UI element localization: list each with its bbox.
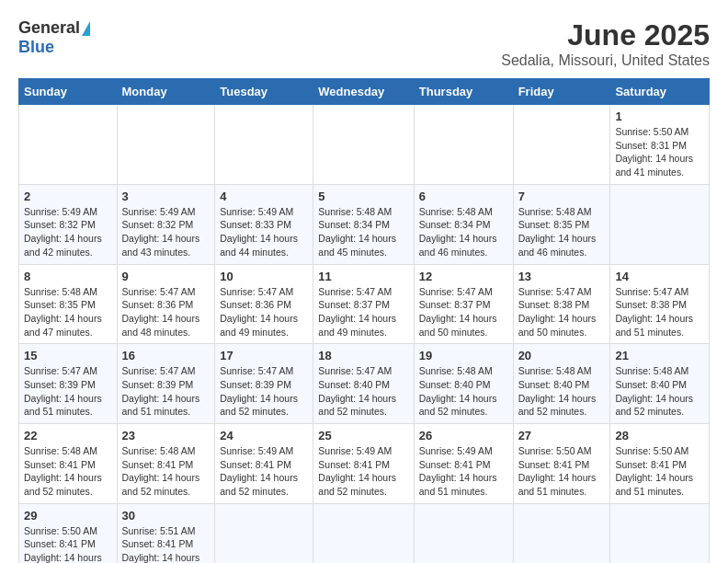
daylight-hours: and 51 minutes. <box>615 485 704 499</box>
daylight-hours: and 52 minutes. <box>122 485 210 499</box>
title-area: June 2025 Sedalia, Missouri, United Stat… <box>501 18 710 69</box>
sunrise-text: Sunrise: 5:47 AM <box>615 285 704 299</box>
sunset-text: Sunset: 8:41 PM <box>318 458 408 472</box>
col-friday: Friday <box>513 79 610 105</box>
daylight-label: Daylight: 14 hours <box>518 232 606 246</box>
sunset-text: Sunset: 8:34 PM <box>419 218 508 232</box>
day-info: Sunrise: 5:47 AMSunset: 8:37 PMDaylight:… <box>419 285 508 339</box>
day-number: 21 <box>615 349 704 362</box>
day-number: 5 <box>318 190 408 203</box>
day-number: 17 <box>220 349 308 362</box>
table-row: 6Sunrise: 5:48 AMSunset: 8:34 PMDaylight… <box>414 184 513 264</box>
daylight-label: Daylight: 14 hours <box>518 471 606 485</box>
day-number: 28 <box>615 429 704 442</box>
daylight-hours: and 52 minutes. <box>419 405 508 419</box>
table-row <box>414 105 513 185</box>
calendar-week-row: 15Sunrise: 5:47 AMSunset: 8:39 PMDayligh… <box>19 344 710 424</box>
sunset-text: Sunset: 8:41 PM <box>220 458 308 472</box>
day-info: Sunrise: 5:48 AMSunset: 8:40 PMDaylight:… <box>419 364 508 419</box>
daylight-hours: and 46 minutes. <box>518 246 606 259</box>
sunset-text: Sunset: 8:41 PM <box>615 458 704 472</box>
sunrise-text: Sunrise: 5:50 AM <box>615 125 704 139</box>
daylight-hours: and 51 minutes. <box>419 485 508 499</box>
daylight-label: Daylight: 14 hours <box>419 312 508 326</box>
day-info: Sunrise: 5:47 AMSunset: 8:36 PMDaylight:… <box>220 285 308 339</box>
daylight-hours: and 52 minutes. <box>318 485 408 499</box>
sunset-text: Sunset: 8:33 PM <box>220 218 308 232</box>
sunrise-text: Sunrise: 5:48 AM <box>518 364 606 378</box>
table-row <box>117 105 215 185</box>
sunrise-text: Sunrise: 5:50 AM <box>24 524 112 538</box>
day-number: 19 <box>419 349 508 362</box>
daylight-hours: and 51 minutes. <box>24 405 112 419</box>
day-number: 16 <box>122 349 210 362</box>
daylight-label: Daylight: 14 hours <box>122 471 210 485</box>
table-row: 29Sunrise: 5:50 AMSunset: 8:41 PMDayligh… <box>19 503 118 563</box>
daylight-hours: and 42 minutes. <box>24 246 112 259</box>
sunset-text: Sunset: 8:35 PM <box>518 218 606 232</box>
sunset-text: Sunset: 8:41 PM <box>122 458 210 472</box>
table-row <box>19 105 118 185</box>
daylight-label: Daylight: 14 hours <box>615 152 704 166</box>
col-monday: Monday <box>117 79 215 105</box>
logo-triangle-icon <box>82 21 90 36</box>
sunset-text: Sunset: 8:39 PM <box>24 378 112 392</box>
table-row <box>313 105 414 185</box>
daylight-label: Daylight: 14 hours <box>615 392 704 406</box>
day-info: Sunrise: 5:47 AMSunset: 8:37 PMDaylight:… <box>318 285 408 339</box>
daylight-hours: and 44 minutes. <box>220 246 308 259</box>
logo-blue-text: Blue <box>18 38 54 56</box>
sunset-text: Sunset: 8:38 PM <box>615 298 704 312</box>
daylight-label: Daylight: 14 hours <box>615 312 704 326</box>
sunrise-text: Sunrise: 5:49 AM <box>24 205 112 219</box>
day-info: Sunrise: 5:51 AMSunset: 8:41 PMDaylight:… <box>122 524 210 563</box>
daylight-label: Daylight: 14 hours <box>122 312 210 326</box>
sunrise-text: Sunrise: 5:50 AM <box>518 444 606 458</box>
daylight-label: Daylight: 14 hours <box>220 312 308 326</box>
header: General Blue June 2025 Sedalia, Missouri… <box>18 18 710 69</box>
daylight-hours: and 51 minutes. <box>122 405 210 419</box>
sunset-text: Sunset: 8:34 PM <box>318 218 408 232</box>
day-number: 12 <box>419 270 508 283</box>
calendar-week-row: 22Sunrise: 5:48 AMSunset: 8:41 PMDayligh… <box>19 424 710 504</box>
day-number: 29 <box>24 509 112 523</box>
col-sunday: Sunday <box>19 79 118 105</box>
sunset-text: Sunset: 8:37 PM <box>419 298 508 312</box>
table-row: 17Sunrise: 5:47 AMSunset: 8:39 PMDayligh… <box>215 344 313 424</box>
day-info: Sunrise: 5:47 AMSunset: 8:39 PMDaylight:… <box>220 364 308 419</box>
sunrise-text: Sunrise: 5:51 AM <box>122 524 210 538</box>
day-number: 11 <box>318 270 408 283</box>
daylight-hours: and 52 minutes. <box>518 405 606 419</box>
day-number: 4 <box>220 190 308 203</box>
daylight-hours: and 50 minutes. <box>518 326 606 339</box>
sunset-text: Sunset: 8:39 PM <box>122 378 210 392</box>
table-row: 28Sunrise: 5:50 AMSunset: 8:41 PMDayligh… <box>610 424 710 504</box>
day-info: Sunrise: 5:49 AMSunset: 8:33 PMDaylight:… <box>220 205 308 259</box>
daylight-label: Daylight: 14 hours <box>24 471 112 485</box>
sunset-text: Sunset: 8:41 PM <box>518 458 606 472</box>
col-thursday: Thursday <box>414 79 513 105</box>
day-info: Sunrise: 5:50 AMSunset: 8:41 PMDaylight:… <box>518 444 606 499</box>
table-row <box>215 105 313 185</box>
sunrise-text: Sunrise: 5:49 AM <box>220 205 308 219</box>
daylight-label: Daylight: 14 hours <box>24 551 112 563</box>
day-info: Sunrise: 5:48 AMSunset: 8:35 PMDaylight:… <box>518 205 606 259</box>
sunset-text: Sunset: 8:32 PM <box>24 218 112 232</box>
sunset-text: Sunset: 8:41 PM <box>419 458 508 472</box>
table-row: 11Sunrise: 5:47 AMSunset: 8:37 PMDayligh… <box>313 264 414 344</box>
daylight-hours: and 49 minutes. <box>318 326 408 339</box>
sunset-text: Sunset: 8:41 PM <box>24 537 112 551</box>
calendar: Sunday Monday Tuesday Wednesday Thursday… <box>18 78 710 563</box>
table-row: 23Sunrise: 5:48 AMSunset: 8:41 PMDayligh… <box>117 424 215 504</box>
day-number: 1 <box>615 109 704 123</box>
daylight-label: Daylight: 14 hours <box>318 232 408 246</box>
daylight-label: Daylight: 14 hours <box>220 471 308 485</box>
day-info: Sunrise: 5:48 AMSunset: 8:40 PMDaylight:… <box>518 364 606 419</box>
day-number: 25 <box>318 429 408 442</box>
daylight-label: Daylight: 14 hours <box>419 232 508 246</box>
table-row <box>610 503 710 563</box>
table-row: 8Sunrise: 5:48 AMSunset: 8:35 PMDaylight… <box>19 264 118 344</box>
page-subtitle: Sedalia, Missouri, United States <box>501 52 710 69</box>
table-row: 19Sunrise: 5:48 AMSunset: 8:40 PMDayligh… <box>414 344 513 424</box>
daylight-hours: and 52 minutes. <box>318 405 408 419</box>
